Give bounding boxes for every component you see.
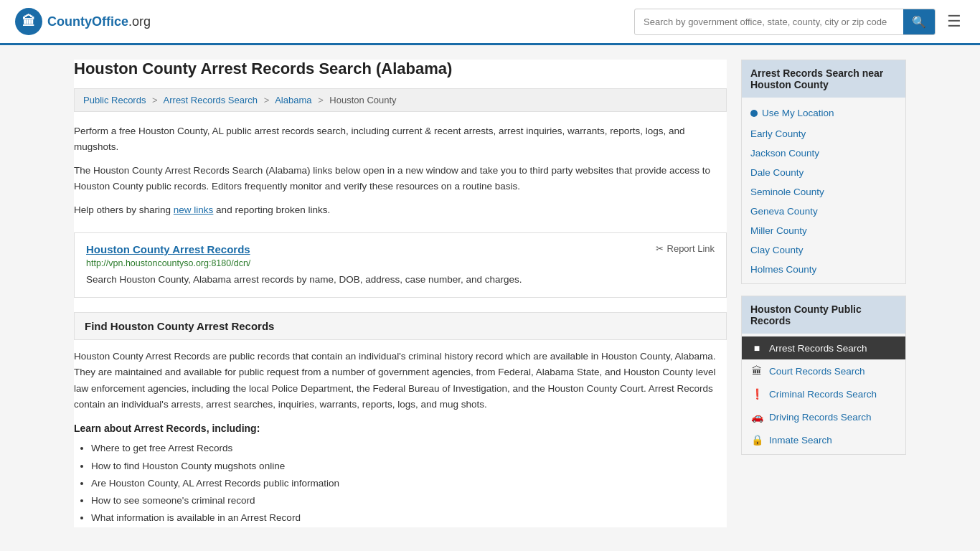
pub-record-driving[interactable]: 🚗 Driving Records Search [742, 405, 905, 428]
search-input[interactable] [635, 11, 903, 33]
seminole-county-link[interactable]: Seminole County [750, 187, 824, 197]
use-my-location-label: Use My Location [762, 108, 834, 118]
find-section-desc: Houston County Arrest Records are public… [74, 349, 727, 413]
svg-text:🏛: 🏛 [22, 14, 35, 29]
record-card: Houston County Arrest Records ✂ Report L… [74, 232, 727, 298]
location-dot-icon [750, 110, 758, 117]
hamburger-button[interactable]: ☰ [943, 8, 966, 35]
logo-icon: 🏛 [14, 7, 43, 36]
find-section-title: Find Houston County Arrest Records [85, 320, 274, 332]
dale-county-link[interactable]: Dale County [750, 167, 804, 178]
sidebar-item-geneva-county[interactable]: Geneva County [742, 202, 905, 221]
learn-item-2: Are Houston County, AL Arrest Records pu… [91, 475, 727, 492]
sidebar-item-holmes-county[interactable]: Holmes County [742, 260, 905, 279]
breadcrumb-current: Houston County [329, 95, 396, 105]
jackson-county-link[interactable]: Jackson County [750, 148, 819, 159]
arrest-records-link[interactable]: Arrest Records Search [769, 343, 867, 354]
sidebar-item-jackson-county[interactable]: Jackson County [742, 143, 905, 163]
nearby-links: Use My Location Early County Jackson Cou… [742, 98, 905, 283]
record-description: Search Houston County, Alabama arrest re… [86, 273, 715, 287]
criminal-icon: ❗ [750, 388, 763, 400]
new-links-link[interactable]: new links [174, 204, 214, 215]
record-url[interactable]: http://vpn.houstoncountyso.org:8180/dcn/ [86, 258, 715, 268]
intro-paragraph-1: Perform a free Houston County, AL public… [74, 123, 727, 154]
holmes-county-link[interactable]: Holmes County [750, 264, 816, 275]
sidebar-item-dale-county[interactable]: Dale County [742, 163, 905, 182]
intro-3-pre: Help others by sharing [74, 204, 174, 215]
logo-text: CountyOffice.org [47, 14, 151, 29]
learn-list: Where to get free Arrest Records How to … [74, 440, 727, 527]
pub-record-court[interactable]: 🏛 Court Records Search [742, 359, 905, 382]
breadcrumb-alabama[interactable]: Alabama [275, 95, 311, 105]
pub-record-inmate[interactable]: 🔒 Inmate Search [742, 428, 905, 451]
inmate-search-link[interactable]: Inmate Search [769, 435, 832, 446]
learn-item-1: How to find Houston County mugshots onli… [91, 458, 727, 475]
report-link-button[interactable]: ✂ Report Link [656, 243, 715, 254]
search-bar: 🔍 [634, 9, 936, 35]
use-my-location[interactable]: Use My Location [742, 102, 905, 124]
arrest-icon: ■ [750, 342, 763, 354]
nearby-section-title: Arrest Records Search near Houston Count… [742, 60, 905, 98]
pub-record-criminal[interactable]: ❗ Criminal Records Search [742, 382, 905, 405]
record-card-header: Houston County Arrest Records ✂ Report L… [86, 243, 715, 255]
public-records-section: Houston County Public Records ■ Arrest R… [741, 296, 906, 455]
header: 🏛 CountyOffice.org 🔍 ☰ [0, 0, 980, 45]
breadcrumb: Public Records > Arrest Records Search >… [74, 88, 727, 112]
breadcrumb-arrest-records[interactable]: Arrest Records Search [164, 95, 258, 105]
inmate-icon: 🔒 [750, 434, 763, 446]
nearby-section: Arrest Records Search near Houston Count… [741, 60, 906, 284]
search-button[interactable]: 🔍 [903, 9, 935, 34]
learn-item-4: What information is available in an Arre… [91, 509, 727, 527]
criminal-records-link[interactable]: Criminal Records Search [769, 389, 877, 400]
learn-title: Learn about Arrest Records, including: [74, 423, 727, 434]
scissors-icon: ✂ [656, 243, 664, 254]
header-right: 🔍 ☰ [634, 8, 966, 35]
breadcrumb-sep-3: > [318, 95, 324, 105]
main-container: Houston County Arrest Records Search (Al… [60, 45, 920, 542]
geneva-county-link[interactable]: Geneva County [750, 206, 818, 217]
sidebar-item-early-county[interactable]: Early County [742, 124, 905, 143]
find-section-box: Find Houston County Arrest Records [74, 312, 727, 340]
main-content: Houston County Arrest Records Search (Al… [74, 60, 727, 527]
court-icon: 🏛 [750, 365, 763, 377]
sidebar-item-seminole-county[interactable]: Seminole County [742, 182, 905, 202]
breadcrumb-sep-1: > [152, 95, 158, 105]
intro-3-post: and reporting broken links. [213, 204, 330, 215]
record-title[interactable]: Houston County Arrest Records [86, 243, 250, 255]
public-records-title: Houston County Public Records [742, 296, 905, 334]
public-records-list: ■ Arrest Records Search 🏛 Court Records … [742, 334, 905, 454]
page-title: Houston County Arrest Records Search (Al… [74, 60, 727, 78]
clay-county-link[interactable]: Clay County [750, 245, 804, 255]
learn-item-3: How to see someone's criminal record [91, 492, 727, 509]
breadcrumb-public-records[interactable]: Public Records [83, 95, 146, 105]
early-county-link[interactable]: Early County [750, 128, 806, 139]
intro-paragraph-2: The Houston County Arrest Records Search… [74, 163, 727, 194]
logo[interactable]: 🏛 CountyOffice.org [14, 7, 151, 36]
pub-record-arrest[interactable]: ■ Arrest Records Search [742, 336, 905, 359]
intro-paragraph-3: Help others by sharing new links and rep… [74, 202, 727, 218]
court-records-link[interactable]: Court Records Search [769, 366, 865, 377]
learn-item-0: Where to get free Arrest Records [91, 440, 727, 457]
breadcrumb-sep-2: > [264, 95, 270, 105]
sidebar-item-clay-county[interactable]: Clay County [742, 240, 905, 260]
sidebar: Arrest Records Search near Houston Count… [741, 60, 906, 527]
miller-county-link[interactable]: Miller County [750, 225, 807, 236]
sidebar-item-miller-county[interactable]: Miller County [742, 221, 905, 240]
driving-icon: 🚗 [750, 411, 763, 423]
report-link-label: Report Link [667, 243, 715, 254]
driving-records-link[interactable]: Driving Records Search [769, 412, 872, 423]
